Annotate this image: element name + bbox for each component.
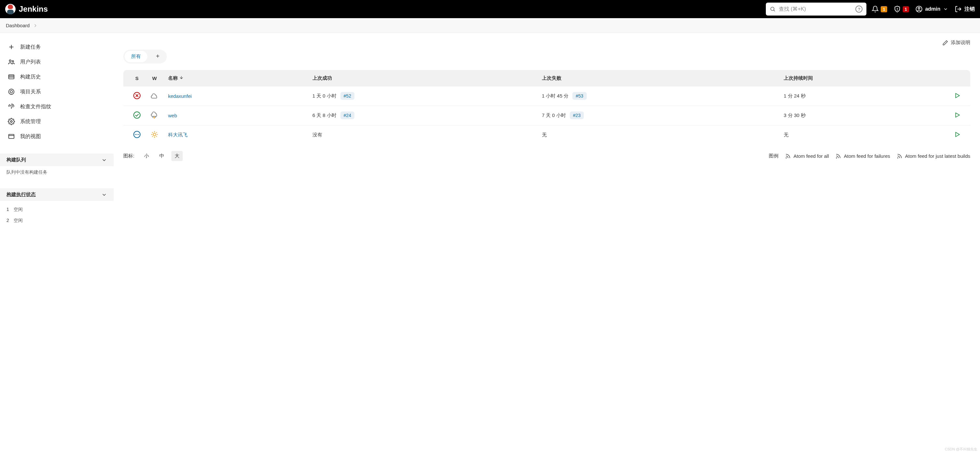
build-badge[interactable]: #53	[573, 92, 586, 100]
bell-icon	[872, 5, 879, 13]
table-footer: 图标: 小 中 大 图例 Atom feed for all Atom feed…	[123, 144, 970, 168]
sidebar-item-relations[interactable]: 项目关系	[0, 84, 114, 99]
search-box[interactable]: ?	[766, 3, 866, 16]
executor-row: 2空闲	[6, 215, 107, 226]
chevron-down-icon[interactable]	[101, 157, 107, 163]
executors-panel: 构建执行状态 1空闲2空闲	[0, 188, 114, 230]
build-queue-empty: 队列中没有构建任务	[0, 166, 114, 179]
size-medium[interactable]: 中	[156, 151, 167, 161]
sidebar-item-label: 用户列表	[20, 59, 41, 65]
job-link[interactable]: web	[168, 113, 177, 118]
icon-size-label: 图标:	[123, 153, 134, 159]
weather-sunny-icon	[151, 131, 158, 138]
col-last-failure[interactable]: 上次失败	[538, 70, 780, 87]
last-failure-value: 7 天 0 小时	[542, 112, 566, 118]
play-icon[interactable]	[954, 92, 961, 99]
pencil-icon	[942, 40, 948, 46]
executor-num: 2	[6, 218, 9, 223]
add-description-button[interactable]: 添加说明	[942, 40, 970, 46]
breadcrumb: Dashboard	[0, 18, 980, 33]
tab-add-button[interactable]	[150, 51, 165, 62]
user-icon	[915, 5, 923, 13]
rss-icon	[897, 153, 902, 159]
users-icon	[8, 58, 15, 65]
shield-icon	[894, 5, 901, 13]
status-notbuilt-icon	[133, 131, 141, 138]
col-weather[interactable]: W	[145, 70, 164, 87]
logout-icon	[955, 5, 962, 13]
rss-icon	[785, 153, 791, 159]
table-row: 科大讯飞 没有 无 无	[123, 125, 970, 144]
plus-icon	[155, 54, 160, 59]
build-badge[interactable]: #23	[570, 111, 584, 119]
executors-title[interactable]: 构建执行状态	[6, 192, 36, 198]
feed-latest-link[interactable]: Atom feed for just latest builds	[897, 153, 970, 159]
search-input[interactable]	[779, 6, 852, 12]
duration-value: 3 分 30 秒	[780, 106, 950, 125]
relations-icon	[8, 88, 15, 95]
play-icon[interactable]	[954, 131, 961, 138]
executor-status: 空闲	[14, 218, 23, 223]
build-queue-panel: 构建队列 队列中没有构建任务	[0, 154, 114, 179]
status-fail-icon	[133, 92, 141, 100]
security-badge: 1	[903, 6, 909, 12]
job-link[interactable]: kedaxunfei	[168, 93, 192, 99]
sidebar-item-history[interactable]: 构建历史	[0, 69, 114, 84]
jenkins-logo-icon	[5, 4, 16, 14]
fingerprint-icon	[8, 103, 15, 110]
last-failure-value: 1 小时 45 分	[542, 93, 569, 98]
feed-failures-link[interactable]: Atom feed for failures	[835, 153, 890, 159]
plus-icon	[8, 43, 15, 51]
sidebar-item-plus[interactable]: 新建任务	[0, 40, 114, 54]
gear-icon	[8, 118, 15, 125]
sidebar-item-window[interactable]: 我的视图	[0, 129, 114, 144]
sidebar-item-label: 我的视图	[20, 133, 41, 140]
table-row: kedaxunfei 1 天 0 小时#52 1 小时 45 分#53 1 分 …	[123, 87, 970, 106]
play-icon[interactable]	[954, 112, 961, 118]
job-link[interactable]: 科大讯飞	[168, 132, 188, 138]
size-small[interactable]: 小	[141, 151, 152, 161]
legend-link[interactable]: 图例	[769, 153, 778, 159]
username: admin	[925, 6, 940, 12]
duration-value: 无	[780, 125, 950, 144]
notification-badge: 1	[881, 6, 887, 12]
table-row: web 6 天 8 小时#24 7 天 0 小时#23 3 分 30 秒	[123, 106, 970, 125]
duration-value: 1 分 24 秒	[780, 87, 950, 106]
search-icon	[770, 6, 776, 12]
user-menu[interactable]: admin	[915, 5, 948, 13]
sidebar-item-users[interactable]: 用户列表	[0, 54, 114, 69]
chevron-down-icon[interactable]	[101, 192, 107, 198]
window-icon	[8, 133, 15, 140]
sidebar-item-label: 构建历史	[20, 74, 41, 80]
help-icon[interactable]: ?	[855, 5, 862, 13]
notifications-button[interactable]: 1	[872, 5, 887, 13]
sidebar-item-label: 检查文件指纹	[20, 103, 51, 110]
add-description-label: 添加说明	[951, 40, 970, 46]
feed-all-link[interactable]: Atom feed for all	[785, 153, 829, 159]
logout-button[interactable]: 注销	[955, 5, 975, 13]
sidebar-item-label: 新建任务	[20, 44, 41, 51]
sidebar-item-fingerprint[interactable]: 检查文件指纹	[0, 99, 114, 114]
col-last-success[interactable]: 上次成功	[309, 70, 538, 87]
executor-status: 空闲	[14, 207, 23, 212]
last-success-value: 6 天 8 小时	[312, 112, 337, 118]
col-status[interactable]: S	[123, 70, 145, 87]
security-button[interactable]: 1	[894, 5, 909, 13]
last-success-value: 没有	[312, 132, 322, 138]
status-success-icon	[133, 111, 141, 119]
weather-cloudy-icon	[151, 92, 158, 100]
size-large[interactable]: 大	[171, 151, 183, 161]
col-last-duration[interactable]: 上次持续时间	[780, 70, 950, 87]
col-name[interactable]: 名称	[164, 70, 309, 87]
tab-all[interactable]: 所有	[125, 51, 147, 62]
build-badge[interactable]: #24	[340, 111, 354, 119]
sidebar-item-gear[interactable]: 系统管理	[0, 114, 114, 129]
build-queue-title: 构建队列	[6, 157, 26, 163]
logout-label: 注销	[964, 6, 975, 13]
build-badge[interactable]: #52	[340, 92, 354, 100]
sidebar-item-label: 系统管理	[20, 118, 41, 125]
logo[interactable]: Jenkins	[5, 4, 48, 14]
brand-text: Jenkins	[19, 5, 48, 14]
executor-num: 1	[6, 207, 9, 212]
breadcrumb-dashboard[interactable]: Dashboard	[6, 23, 30, 28]
